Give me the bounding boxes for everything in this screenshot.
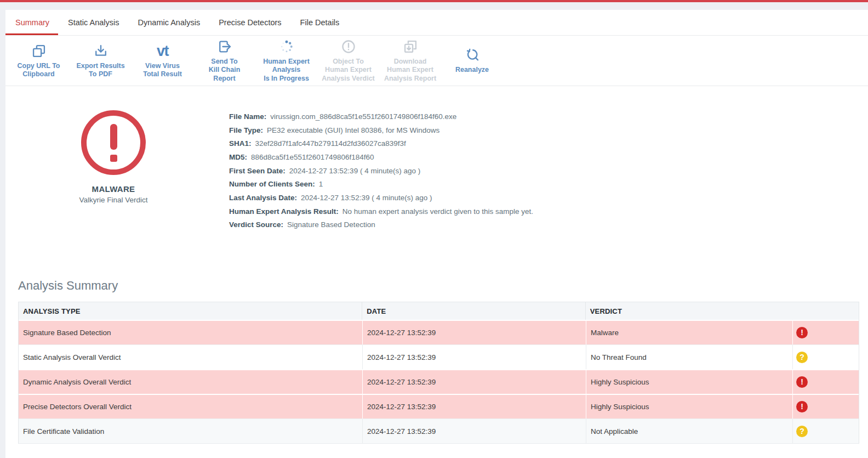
toolbar-item-label: DownloadHuman ExpertAnalysis Report (384, 58, 436, 83)
file-info-value: 1 (319, 180, 323, 188)
reanalyze-button[interactable]: Reanalyze (441, 36, 503, 86)
copy-icon (31, 43, 47, 59)
file-info-row: Last Analysis Date:2024-12-27 13:52:39 (… (229, 191, 533, 205)
analysis-summary-table: ANALYSIS TYPE DATE VERDICT Signature Bas… (18, 302, 859, 444)
analysis-summary-row: Static Analysis Overall Verdict2024-12-2… (19, 344, 859, 369)
tab-dynamic-analysis[interactable]: Dynamic Analysis (128, 10, 209, 35)
question-icon: ? (796, 426, 808, 437)
cell-date: 2024-12-27 13:52:39 (362, 419, 586, 443)
file-info-row: File Name:virussign.com_886d8ca5f1e551f2… (229, 110, 533, 123)
spinner-icon (279, 38, 294, 55)
analysis-summary-title: Analysis Summary (18, 279, 859, 293)
file-info-value: 2024-12-27 13:52:39 ( 4 minute(s) ago ) (289, 167, 420, 175)
file-info-row: Number of Clients Seen:1 (229, 177, 533, 191)
file-info-value: PE32 executable (GUI) Intel 80386, for M… (267, 126, 439, 134)
cell-verdict-icon: ! (792, 370, 859, 394)
header-analysis-type: ANALYSIS TYPE (19, 302, 362, 320)
file-info-row: SHA1:32ef28d7f1afc447b279114d2fd36027ca8… (229, 137, 533, 150)
export-pdf-icon (93, 43, 108, 59)
file-info-value: 32ef28d7f1afc447b279114d2fd36027ca839f3f (255, 139, 406, 148)
cell-verdict: Highly Suspicious (586, 395, 792, 419)
toolbar: Copy URL ToClipboardExport ResultsTo PDF… (5, 36, 868, 86)
file-info-row: First Seen Date:2024-12-27 13:52:39 ( 4 … (229, 164, 533, 178)
file-info-value: 886d8ca5f1e551f2601749806f184f60 (251, 153, 374, 161)
analysis-summary-row: File Certificate Validation2024-12-27 13… (19, 419, 859, 443)
tab-summary[interactable]: Summary (5, 10, 58, 35)
reanalyze-icon (465, 47, 480, 63)
file-info-row: Verdict Source:Signature Based Detection (229, 218, 533, 232)
analysis-summary-section: Analysis Summary ANALYSIS TYPE DATE VERD… (5, 274, 868, 444)
table-body: Signature Based Detection2024-12-27 13:5… (19, 320, 859, 443)
object-to-human-expert-analysis-verdict-button: Object ToHuman ExpertAnalysis Verdict (317, 36, 379, 86)
cell-analysis-type: Precise Detectors Overall Verdict (19, 395, 362, 419)
danger-icon: ! (796, 327, 808, 338)
final-verdict-badge: MALWARE Valkyrie Final Verdict (53, 110, 174, 204)
send-icon (217, 38, 232, 55)
toolbar-item-label: Copy URL ToClipboard (17, 62, 60, 79)
file-info-label: First Seen Date: (229, 167, 285, 175)
view-virustotal-result-button[interactable]: vtView VirusTotal Result (132, 36, 193, 86)
cell-analysis-type: Static Analysis Overall Verdict (19, 345, 362, 369)
cell-analysis-type: File Certificate Validation (19, 419, 362, 443)
analysis-summary-row: Precise Detectors Overall Verdict2024-12… (19, 394, 859, 419)
file-info-value: Signature Based Detection (287, 220, 375, 229)
verdict-caption: Valkyrie Final Verdict (79, 196, 147, 204)
file-info-label: SHA1: (229, 139, 252, 148)
cell-date: 2024-12-27 13:52:39 (362, 370, 586, 394)
file-info-label: Human Expert Analysis Result: (229, 207, 339, 216)
file-info-value: 2024-12-27 13:52:39 ( 4 minute(s) ago ) (301, 194, 432, 202)
report-download-icon (403, 38, 418, 55)
file-info-label: Number of Clients Seen: (229, 180, 315, 188)
analysis-summary-row: Signature Based Detection2024-12-27 13:5… (19, 320, 859, 344)
danger-icon: ! (796, 376, 808, 388)
cell-date: 2024-12-27 13:52:39 (362, 345, 586, 369)
toolbar-item-label: Object ToHuman ExpertAnalysis Verdict (322, 58, 375, 83)
file-info-value: No human expert analysis verdict given t… (342, 207, 533, 216)
toolbar-item-label: Reanalyze (455, 66, 489, 75)
download-human-expert-analysis-report-button: DownloadHuman ExpertAnalysis Report (379, 36, 441, 86)
virustotal-icon: vt (157, 43, 168, 59)
file-info-value: virussign.com_886d8ca5f1e551f2601749806f… (270, 112, 456, 121)
file-info-row: MD5:886d8ca5f1e551f2601749806f184f60 (229, 150, 533, 164)
send-to-kill-chain-report-button[interactable]: Send ToKill ChainReport (193, 36, 255, 86)
copy-url-to-clipboard-button[interactable]: Copy URL ToClipboard (8, 36, 70, 86)
human-expert-analysis-in-progress-status[interactable]: Human ExpertAnalysisIs In Progress (255, 36, 317, 86)
file-info-row: File Type:PE32 executable (GUI) Intel 80… (229, 123, 533, 137)
cell-verdict: Highly Suspicious (586, 370, 792, 394)
header-date: DATE (362, 302, 585, 320)
danger-icon: ! (796, 401, 808, 412)
file-info-row: Human Expert Analysis Result:No human ex… (229, 205, 533, 218)
file-info-label: Last Analysis Date: (229, 194, 297, 202)
cell-verdict: Not Applicable (586, 419, 792, 443)
malware-alert-icon (81, 110, 146, 175)
cell-verdict: Malware (586, 321, 792, 344)
cell-verdict: No Threat Found (586, 345, 792, 369)
tab-bar: SummaryStatic AnalysisDynamic AnalysisPr… (5, 10, 868, 36)
verdict-label: MALWARE (92, 184, 135, 194)
cell-verdict-icon: ! (792, 395, 859, 419)
header-verdict: VERDICT (585, 302, 859, 320)
top-accent-bar (0, 0, 868, 2)
export-results-to-pdf-button[interactable]: Export ResultsTo PDF (70, 36, 132, 86)
cell-verdict-icon: ! (792, 321, 859, 344)
cell-analysis-type: Dynamic Analysis Overall Verdict (19, 370, 362, 394)
toolbar-item-label: Send ToKill ChainReport (209, 58, 241, 83)
question-icon: ? (796, 352, 808, 363)
tab-static-analysis[interactable]: Static Analysis (58, 10, 128, 35)
file-info-label: MD5: (229, 153, 247, 161)
toolbar-item-label: View VirusTotal Result (143, 62, 182, 79)
main-panel: SummaryStatic AnalysisDynamic AnalysisPr… (5, 10, 868, 458)
exclamation-circle-icon (341, 38, 356, 55)
analysis-summary-row: Dynamic Analysis Overall Verdict2024-12-… (19, 369, 859, 394)
table-header-row: ANALYSIS TYPE DATE VERDICT (19, 302, 859, 320)
cell-date: 2024-12-27 13:52:39 (362, 321, 586, 344)
tab-file-details[interactable]: File Details (290, 10, 349, 35)
cell-verdict-icon: ? (792, 345, 859, 369)
file-info-label: File Name: (229, 112, 266, 121)
tab-precise-detectors[interactable]: Precise Detectors (209, 10, 290, 35)
toolbar-item-label: Export ResultsTo PDF (76, 62, 124, 79)
toolbar-item-label: Human ExpertAnalysisIs In Progress (263, 58, 310, 83)
cell-analysis-type: Signature Based Detection (19, 321, 362, 344)
file-info-label: File Type: (229, 126, 263, 134)
cell-verdict-icon: ? (792, 419, 859, 443)
